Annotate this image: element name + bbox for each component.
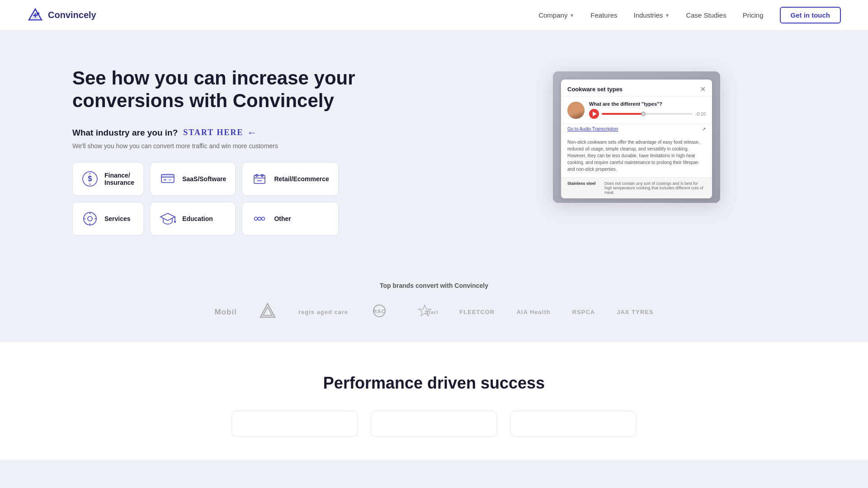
audio-progress-fill xyxy=(602,113,643,115)
preview-video-row: What are the different "types"? -0:10 xyxy=(561,97,712,123)
industry-saas[interactable]: SaaS/Software xyxy=(150,162,236,196)
preview-play-area: What are the different "types"? -0:10 xyxy=(589,101,706,119)
brands-title: Top brands convert with Convincely xyxy=(36,282,832,289)
brand-rspca: RSPCA xyxy=(572,309,595,315)
industry-services[interactable]: Services xyxy=(72,202,144,235)
preview-footer-text: Does not contain any sort of coatings an… xyxy=(604,181,706,195)
svg-rect-6 xyxy=(161,174,174,177)
nav-pricing[interactable]: Pricing xyxy=(743,11,764,19)
hero-subtitle: What industry are you in? START HERE ← xyxy=(72,127,448,139)
start-here-annotation: START HERE ← xyxy=(183,127,257,139)
brand-jax: JAX TYRES xyxy=(617,309,653,315)
brand-arc xyxy=(259,302,277,322)
nav-industries-caret: ▼ xyxy=(665,13,670,18)
preview-card: Cookware set types ✕ What are the differ… xyxy=(561,80,712,198)
svg-rect-9 xyxy=(169,179,171,181)
svg-text:$: $ xyxy=(88,175,92,183)
nav-features[interactable]: Features xyxy=(590,11,617,19)
play-triangle-icon xyxy=(593,112,597,116)
transcription-link[interactable]: Go to Audio Transcription xyxy=(567,127,618,131)
nav-case-studies[interactable]: Case Studies xyxy=(686,11,726,19)
hero-right: Cookware set types ✕ What are the differ… xyxy=(477,67,796,203)
industry-question: What industry are you in? xyxy=(72,128,178,138)
get-in-touch-button[interactable]: Get in touch xyxy=(780,7,841,23)
performance-title: Performance driven success xyxy=(36,374,832,393)
industry-education[interactable]: Education xyxy=(150,202,236,235)
preview-background: Cookware set types ✕ What are the differ… xyxy=(553,71,720,203)
preview-body-text: Non-stick cookware sets offer the advant… xyxy=(561,135,712,177)
brand-fleetcor: FLEETCOR xyxy=(459,309,495,315)
brand-mobil: Mobil xyxy=(215,308,237,317)
audio-progress-thumb xyxy=(641,112,646,116)
logo[interactable]: Convincely xyxy=(27,7,96,23)
svg-point-22 xyxy=(174,221,176,223)
perf-card-3 xyxy=(510,411,637,437)
perf-cards-row xyxy=(36,411,832,437)
preview-title: Cookware set types xyxy=(567,86,623,93)
nav-company[interactable]: Company ▼ xyxy=(538,11,574,19)
audio-progress[interactable] xyxy=(602,113,693,115)
industry-other[interactable]: Other xyxy=(242,202,338,235)
svg-point-24 xyxy=(258,217,261,220)
svg-text:Starkey: Starkey xyxy=(425,310,438,315)
education-icon xyxy=(160,211,176,227)
performance-section: Performance driven success xyxy=(0,342,868,460)
svg-rect-10 xyxy=(254,175,265,183)
industry-finance[interactable]: $ Finance/ Insurance xyxy=(72,162,144,196)
saas-icon xyxy=(160,171,176,187)
navbar: Convincely Company ▼ Features Industries… xyxy=(0,0,868,31)
industry-grid: $ Finance/ Insurance SaaS/Software xyxy=(72,162,326,235)
audio-bar: -0:10 xyxy=(589,109,706,119)
nav-links: Company ▼ Features Industries ▼ Case Stu… xyxy=(538,7,841,23)
avatar-face xyxy=(567,102,585,119)
svg-point-25 xyxy=(262,217,265,220)
brand-rac: RAC xyxy=(370,304,389,320)
preview-header: Cookware set types ✕ xyxy=(561,80,712,97)
preview-footer-label: Stainless steel xyxy=(567,181,599,186)
svg-text:RAC: RAC xyxy=(373,309,386,314)
svg-marker-20 xyxy=(160,213,175,221)
play-button[interactable] xyxy=(589,109,599,119)
preview-question: What are the different "types"? xyxy=(589,101,706,107)
brand-starkey: Starkey xyxy=(410,304,438,320)
logo-text: Convincely xyxy=(48,10,96,20)
nav-industries[interactable]: Industries ▼ xyxy=(633,11,670,19)
brands-row: Mobil regis aged care RAC Starkey FLEETC… xyxy=(36,302,832,322)
retail-icon xyxy=(251,171,268,187)
preview-transcription-row: Go to Audio Transcription ↗ xyxy=(561,123,712,135)
preview-widget: Cookware set types ✕ What are the differ… xyxy=(553,71,720,203)
brand-aia: AIA Health xyxy=(516,309,550,315)
industry-retail[interactable]: Retail/Ecommerce xyxy=(242,162,338,196)
preview-footer: Stainless steel Does not contain any sor… xyxy=(561,177,712,198)
hero-left: See how you can increase your conversion… xyxy=(72,67,448,235)
arrow-left-icon: ← xyxy=(247,127,257,139)
brand-regis: regis aged care xyxy=(298,309,348,315)
preview-avatar xyxy=(567,102,585,119)
svg-point-15 xyxy=(88,216,92,221)
nav-company-caret: ▼ xyxy=(569,13,574,18)
services-icon xyxy=(82,211,98,227)
hero-section: See how you can increase your conversion… xyxy=(0,31,868,266)
start-here-label: START HERE xyxy=(183,128,243,137)
external-link-icon: ↗ xyxy=(702,127,706,131)
perf-card-2 xyxy=(371,411,497,437)
hero-title: See how you can increase your conversion… xyxy=(72,67,448,113)
finance-icon: $ xyxy=(82,171,98,187)
preview-close-icon[interactable]: ✕ xyxy=(700,85,706,94)
other-icon xyxy=(251,211,268,227)
svg-rect-8 xyxy=(164,179,166,181)
audio-time: -0:10 xyxy=(695,112,706,117)
hero-description: We'll show you how you can convert more … xyxy=(72,142,448,150)
svg-point-14 xyxy=(84,212,96,225)
perf-card-1 xyxy=(231,411,358,437)
brands-section: Top brands convert with Convincely Mobil… xyxy=(0,266,868,342)
logo-icon xyxy=(27,7,43,23)
svg-point-23 xyxy=(255,217,258,220)
